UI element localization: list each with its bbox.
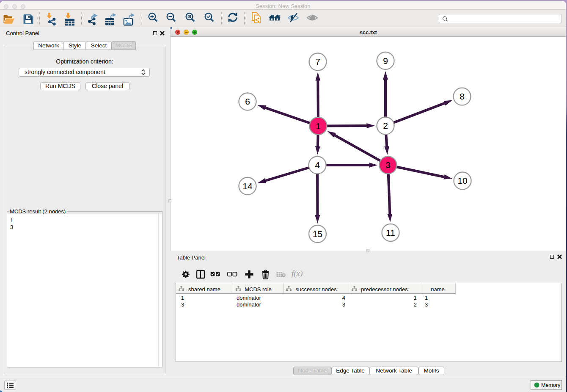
svg-text:14: 14 xyxy=(242,181,253,191)
svg-text:2: 2 xyxy=(383,121,388,130)
svg-text:10: 10 xyxy=(457,176,467,185)
svg-text:1: 1 xyxy=(316,121,321,131)
svg-text:4: 4 xyxy=(315,160,320,170)
svg-text:9: 9 xyxy=(383,56,388,66)
svg-text:11: 11 xyxy=(386,228,395,237)
svg-text:8: 8 xyxy=(460,91,465,101)
svg-text:15: 15 xyxy=(313,229,322,239)
svg-text:6: 6 xyxy=(245,97,250,106)
svg-text:3: 3 xyxy=(385,160,391,170)
svg-text:7: 7 xyxy=(315,57,320,66)
